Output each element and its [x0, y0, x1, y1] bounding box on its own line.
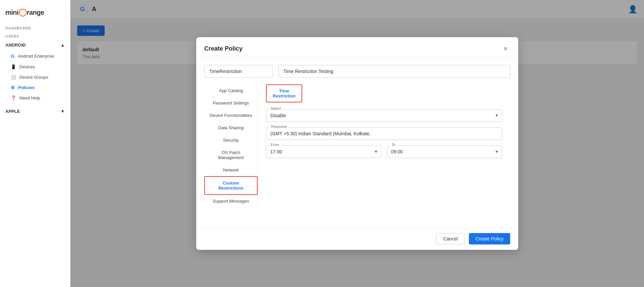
modal-title: Create Policy: [204, 45, 243, 52]
to-form-group: To 09:00 ▼: [387, 145, 502, 158]
sidebar-item-need-help[interactable]: ❓ Need Help: [0, 93, 70, 103]
sidebar-item-devices[interactable]: 📱 Devices: [0, 62, 70, 72]
devices-label: Devices: [19, 64, 35, 69]
to-select-wrapper: 09:00 ▼: [387, 145, 502, 158]
menu-item-network[interactable]: Network: [204, 164, 258, 176]
cancel-button[interactable]: Cancel: [436, 233, 465, 244]
android-chevron-icon: ▲: [60, 43, 65, 48]
modal-right-content: TimeRestriction Select Disable Enable: [258, 84, 510, 207]
from-select-wrapper: 17:00 ▼: [266, 145, 381, 158]
policy-description-input[interactable]: [278, 65, 510, 78]
android-enterprise-label: Android Enterprise: [18, 54, 54, 59]
from-dropdown[interactable]: 17:00: [266, 145, 381, 158]
main-content: G A 👤 + Create default The defa Create P…: [70, 0, 644, 287]
help-icon: ❓: [11, 95, 16, 100]
menu-item-support-messages[interactable]: Support Messages: [204, 195, 258, 207]
apple-section[interactable]: APPLE ▼: [0, 106, 70, 117]
to-dropdown[interactable]: 09:00: [387, 145, 502, 158]
device-groups-label: Device Groups: [19, 75, 48, 80]
select-dropdown[interactable]: Disable Enable: [266, 109, 502, 122]
need-help-label: Need Help: [19, 95, 40, 100]
create-policy-modal: Create Policy × App Catalog Password Set…: [196, 37, 518, 250]
time-row: From 17:00 ▼ To: [266, 145, 502, 163]
sidebar-item-device-groups[interactable]: ⬜ Device Groups: [0, 72, 70, 82]
timezone-input[interactable]: [266, 127, 502, 140]
modal-footer: Cancel Create Policy: [196, 227, 518, 250]
menu-item-app-catalog[interactable]: App Catalog: [204, 84, 258, 97]
time-restriction-tab[interactable]: TimeRestriction: [266, 84, 302, 102]
select-label: Select: [269, 106, 282, 111]
modal-overlay: Create Policy × App Catalog Password Set…: [70, 0, 644, 287]
from-form-group: From 17:00 ▼: [266, 145, 381, 158]
modal-body: App Catalog Password Settings Device Fun…: [196, 58, 518, 214]
dashboard-section-label: DASHBOARD: [0, 23, 70, 31]
device-groups-icon: ⬜: [11, 75, 16, 80]
menu-item-security[interactable]: Security: [204, 134, 258, 146]
policies-icon: ⚙: [11, 85, 15, 90]
to-label: To: [390, 143, 397, 147]
modal-inputs-row: [204, 65, 510, 78]
modal-close-button[interactable]: ×: [501, 44, 510, 53]
android-section[interactable]: ANDROID ▲: [0, 40, 70, 51]
menu-item-password-settings[interactable]: Password Settings: [204, 97, 258, 109]
apple-chevron-icon: ▼: [60, 109, 65, 114]
logo-text: mini◯range: [5, 8, 44, 17]
menu-item-device-functionalities[interactable]: Device Functionalities: [204, 109, 258, 122]
sidebar-item-android-enterprise[interactable]: G Android Enterprise: [0, 51, 70, 62]
policy-name-input[interactable]: [204, 65, 273, 78]
select-form-group: Select Disable Enable ▼: [266, 109, 502, 122]
users-section-label: USERS: [0, 31, 70, 40]
timezone-label: Timezone: [269, 125, 288, 129]
modal-header: Create Policy ×: [196, 37, 518, 58]
menu-item-data-sharing[interactable]: Data Sharing: [204, 122, 258, 134]
modal-menu-sidebar: App Catalog Password Settings Device Fun…: [204, 84, 258, 207]
modal-columns: App Catalog Password Settings Device Fun…: [204, 84, 510, 207]
sidebar-item-policies[interactable]: ⚙ Policies: [0, 82, 70, 93]
logo-area: mini◯range: [0, 3, 70, 23]
apple-label: APPLE: [5, 109, 20, 114]
android-label: ANDROID: [5, 43, 26, 48]
create-policy-button[interactable]: Create Policy: [469, 233, 510, 244]
menu-item-custom-restrictions[interactable]: Custom Restrictions: [204, 176, 258, 195]
google-icon: G: [11, 53, 15, 59]
policies-label: Policies: [18, 85, 35, 90]
timezone-form-group: Timezone: [266, 127, 502, 140]
select-wrapper: Disable Enable ▼: [266, 109, 502, 122]
from-label: From: [269, 143, 281, 147]
menu-item-os-patch-management[interactable]: OS Patch Management: [204, 146, 258, 164]
sidebar: mini◯range DASHBOARD USERS ANDROID ▲ G A…: [0, 0, 70, 287]
device-icon: 📱: [11, 64, 16, 69]
